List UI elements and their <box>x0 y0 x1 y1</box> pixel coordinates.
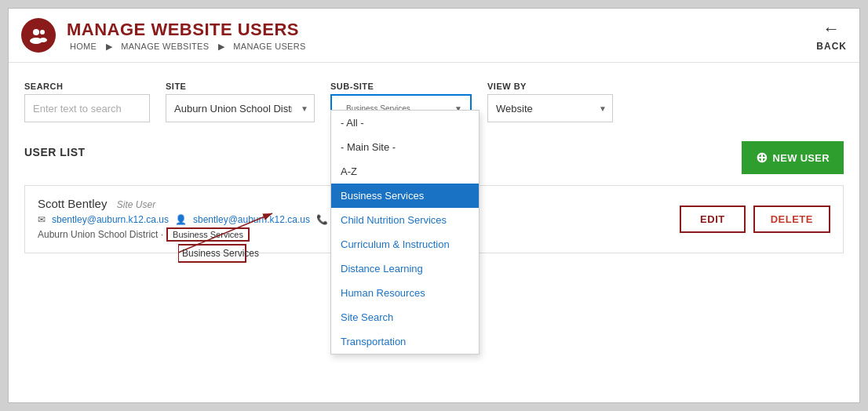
search-input[interactable] <box>24 94 150 122</box>
user-icon: 👤 <box>175 214 187 225</box>
dropdown-item-az[interactable]: A-Z <box>331 159 479 184</box>
logo-icon <box>21 18 56 53</box>
view-by-select[interactable]: Website <box>487 94 613 122</box>
user-site: Auburn Union School District · <box>38 229 163 240</box>
dropdown-item-business-services[interactable]: Business Services <box>331 184 479 208</box>
site-select-wrapper: Auburn Union School Distri <box>166 94 315 122</box>
breadcrumb-manage-users[interactable]: MANAGE USERS <box>233 42 305 51</box>
email-icon: ✉ <box>38 214 46 225</box>
user-list-title: USER LIST <box>24 146 86 158</box>
site-label: SITE <box>166 82 315 91</box>
svg-point-1 <box>40 30 45 35</box>
search-label: SEARCH <box>24 82 150 91</box>
user-role: Site User <box>117 199 155 210</box>
dropdown-item-all[interactable]: - All - <box>331 111 479 135</box>
search-group: SEARCH <box>24 82 150 122</box>
back-label: BACK <box>816 41 847 52</box>
back-arrow-icon: ← <box>822 19 841 39</box>
back-button[interactable]: ← BACK <box>816 19 847 52</box>
breadcrumb-sep2: ▶ <box>218 42 224 51</box>
plus-icon: ⊕ <box>756 149 768 166</box>
header: MANAGE WEBSITE USERS HOME ▶ MANAGE WEBSI… <box>9 9 859 63</box>
breadcrumb: HOME ▶ MANAGE WEBSITES ▶ MANAGE USERS <box>67 42 309 52</box>
dropdown-item-distance-learning[interactable]: Distance Learning <box>331 256 479 281</box>
page-title: MANAGE WEBSITE USERS <box>67 20 309 40</box>
site-select[interactable]: Auburn Union School Distri <box>166 94 315 122</box>
dropdown-item-main-site[interactable]: - Main Site - <box>331 135 479 159</box>
user-username: sbentley@auburn.k12.ca.us <box>193 214 310 225</box>
user-actions: EDIT DELETE <box>680 206 830 233</box>
dropdown-item-child-nutrition[interactable]: Child Nutrition Services <box>331 208 479 232</box>
view-by-select-wrapper: Website <box>487 94 613 122</box>
dropdown-item-curriculum[interactable]: Curriculum & Instruction <box>331 232 479 256</box>
subsite-label: SUB-SITE <box>330 82 472 91</box>
main-content: SEARCH SITE Auburn Union School Distri S… <box>9 63 859 272</box>
header-left: MANAGE WEBSITE USERS HOME ▶ MANAGE WEBSI… <box>21 18 309 53</box>
new-user-label: NEW USER <box>773 152 830 164</box>
svg-point-3 <box>39 38 47 42</box>
user-email: sbentley@auburn.k12.ca.us <box>52 214 169 225</box>
view-by-group: VIEW BY Website <box>487 82 613 122</box>
main-window: MANAGE WEBSITE USERS HOME ▶ MANAGE WEBSI… <box>8 8 860 403</box>
breadcrumb-home[interactable]: HOME <box>70 42 97 51</box>
dropdown-item-transportation[interactable]: Transportation <box>331 329 479 354</box>
new-user-button[interactable]: ⊕ NEW USER <box>742 141 844 174</box>
dropdown-item-human-resources[interactable]: Human Resources <box>331 281 479 305</box>
user-subsite-badge: Business Services <box>166 227 250 242</box>
svg-point-0 <box>33 29 39 35</box>
filter-row: SEARCH SITE Auburn Union School Distri S… <box>24 82 844 122</box>
delete-button[interactable]: DELETE <box>753 206 830 233</box>
user-name: Scott Bentley <box>38 197 107 210</box>
subsite-group: SUB-SITE Business Services ▼ - All - - M… <box>330 82 472 122</box>
subsite-dropdown: - All - - Main Site - A-Z Business Servi… <box>330 110 480 355</box>
edit-button[interactable]: EDIT <box>680 206 746 233</box>
breadcrumb-manage-websites[interactable]: MANAGE WEBSITES <box>121 42 209 51</box>
site-group: SITE Auburn Union School Distri <box>166 82 315 122</box>
dropdown-item-site-search[interactable]: Site Search <box>331 305 479 329</box>
view-by-label: VIEW BY <box>487 82 613 91</box>
header-text: MANAGE WEBSITE USERS HOME ▶ MANAGE WEBSI… <box>67 20 309 52</box>
svg-text:Business Services: Business Services <box>182 248 259 259</box>
phone-icon: 📞 <box>316 214 328 225</box>
svg-rect-6 <box>178 245 246 262</box>
breadcrumb-sep1: ▶ <box>106 42 112 51</box>
